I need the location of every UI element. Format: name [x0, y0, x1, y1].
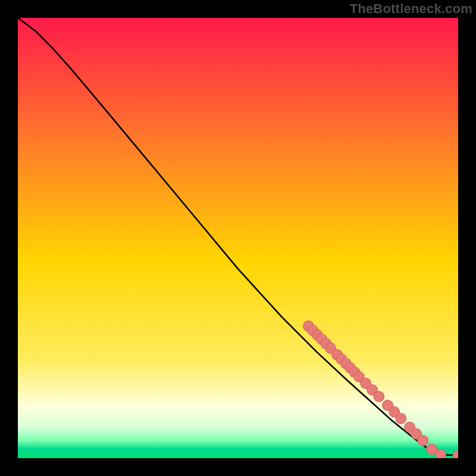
- curve-line: [18, 18, 458, 456]
- data-marker: [418, 436, 428, 446]
- data-marker: [396, 414, 406, 424]
- chart-svg: [18, 18, 458, 458]
- watermark-text: TheBottleneck.com: [350, 1, 472, 17]
- chart-frame: TheBottleneck.com: [0, 0, 476, 476]
- data-marker: [453, 450, 458, 458]
- data-marker: [374, 392, 384, 402]
- marker-layer: [303, 321, 458, 458]
- data-marker: [436, 449, 446, 458]
- plot-area: [18, 18, 458, 458]
